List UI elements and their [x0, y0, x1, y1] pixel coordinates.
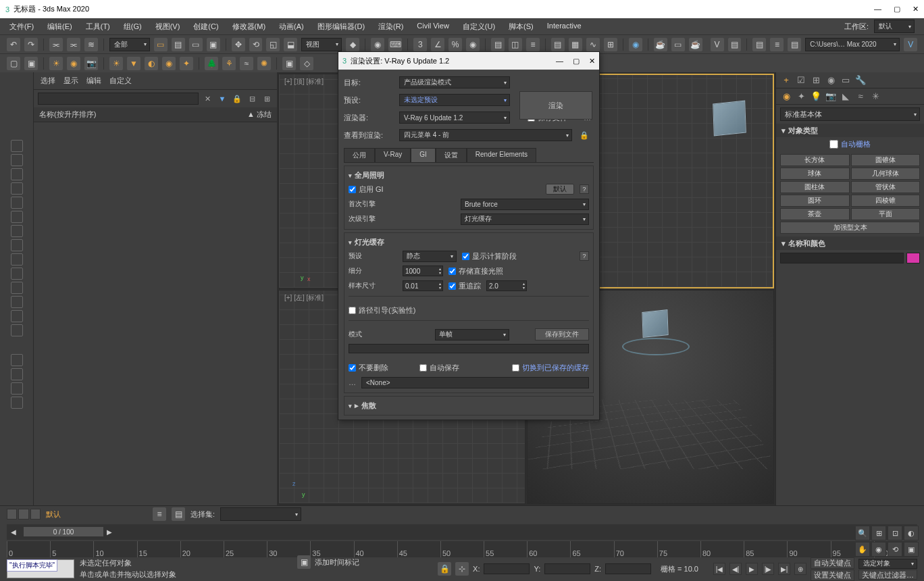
- lp-icon-4[interactable]: [11, 182, 23, 195]
- walk-icon[interactable]: ◉: [871, 542, 886, 557]
- scene-search-input[interactable]: [38, 93, 199, 105]
- dialog-minimize[interactable]: —: [556, 57, 563, 66]
- fire-icon[interactable]: ✺: [257, 57, 271, 70]
- scene-tab-customize[interactable]: 自定义: [109, 76, 132, 86]
- photometric-icon[interactable]: ✦: [180, 57, 193, 70]
- material-editor-icon[interactable]: ◉: [629, 38, 642, 51]
- scene-tab-select[interactable]: 选择: [41, 76, 55, 86]
- type-box[interactable]: 长方体: [780, 154, 850, 166]
- bind-icon[interactable]: ≋: [84, 38, 98, 51]
- key-1[interactable]: [7, 509, 17, 520]
- menu-interactive[interactable]: Interactive: [547, 22, 582, 32]
- lp-icon-3[interactable]: [11, 168, 23, 180]
- clear-search-icon[interactable]: ✕: [201, 93, 213, 105]
- render-icon[interactable]: ☕: [689, 38, 702, 51]
- mode-dropdown[interactable]: 单帧: [435, 329, 509, 340]
- max-toggle-icon[interactable]: ▣: [904, 542, 919, 557]
- lock-icon[interactable]: 🔒: [231, 93, 243, 105]
- lc-store-checkbox[interactable]: [448, 268, 456, 275]
- zoom-icon[interactable]: 🔍: [855, 526, 870, 540]
- pivot-icon[interactable]: ◆: [346, 38, 359, 51]
- curve-editor-icon[interactable]: ∿: [586, 38, 600, 51]
- lp-icon-15[interactable]: [11, 354, 23, 366]
- color-swatch[interactable]: [906, 253, 920, 263]
- spinner-snap-icon[interactable]: ◉: [466, 38, 480, 51]
- scale-icon[interactable]: ◱: [266, 38, 280, 51]
- lights-icon[interactable]: 💡: [810, 91, 822, 103]
- autogrid-checkbox[interactable]: [829, 140, 838, 149]
- ribbon-icon[interactable]: ▦: [569, 38, 582, 51]
- keyfilter-button[interactable]: 关键点过滤器…: [858, 570, 917, 580]
- direct-icon[interactable]: ◐: [145, 57, 158, 70]
- lp-icon-13[interactable]: [11, 310, 23, 322]
- tab-common[interactable]: 公用: [344, 148, 375, 162]
- lp-icon-9[interactable]: [11, 253, 23, 266]
- key-2[interactable]: [18, 509, 28, 520]
- keyboard-icon[interactable]: ⌨: [388, 38, 402, 51]
- lc-show-checkbox[interactable]: [462, 253, 469, 260]
- view-lock-icon[interactable]: 🔒: [579, 130, 590, 141]
- menu-render[interactable]: 渲染(R): [378, 22, 403, 32]
- next-frame-icon[interactable]: |▶: [762, 563, 774, 575]
- fov-icon[interactable]: ◐: [904, 526, 919, 540]
- viewto-dropdown[interactable]: 四元菜单 4 - 前: [399, 129, 572, 141]
- type-plane[interactable]: 平面: [851, 208, 921, 220]
- lp-icon-17[interactable]: [11, 382, 23, 395]
- lc-subdiv-input[interactable]: 1000: [403, 266, 443, 276]
- lc-help-icon[interactable]: ?: [580, 251, 589, 261]
- shapes-icon[interactable]: ✦: [795, 91, 807, 103]
- unlink-icon[interactable]: ⫘: [67, 38, 80, 51]
- render-frame-icon[interactable]: ▭: [671, 38, 685, 51]
- layers-bottom-icon[interactable]: ▤: [172, 507, 185, 521]
- named-sel-icon[interactable]: ▤: [491, 38, 505, 51]
- utilities-panel-icon[interactable]: 🔧: [854, 74, 867, 86]
- object-types-header[interactable]: 对象类型: [776, 124, 924, 137]
- addmark-label[interactable]: 添加时间标记: [315, 557, 359, 567]
- lp-icon-18[interactable]: [11, 397, 23, 409]
- layers-icon[interactable]: ≡: [770, 38, 784, 51]
- create-panel-icon[interactable]: +: [780, 74, 792, 86]
- cloud-icon[interactable]: ▤: [788, 38, 801, 51]
- prev-frame-icon[interactable]: ◀|: [729, 563, 742, 575]
- sun-icon[interactable]: ☀: [49, 57, 63, 70]
- menu-view[interactable]: 视图(V): [155, 22, 180, 32]
- lp-icon-16[interactable]: [11, 368, 23, 380]
- selset-dropdown[interactable]: [220, 507, 301, 521]
- vray-logo-icon[interactable]: V: [904, 38, 917, 51]
- select-name-icon[interactable]: ▤: [172, 38, 185, 51]
- grass-icon[interactable]: ⚘: [222, 57, 236, 70]
- type-torus[interactable]: 圆环: [780, 195, 850, 207]
- lc-sample-input[interactable]: 0.01: [403, 280, 443, 291]
- angle-snap-icon[interactable]: ∠: [431, 38, 444, 51]
- lp-icon-10[interactable]: [11, 268, 23, 280]
- selection-filter-dropdown[interactable]: 全部: [109, 38, 150, 51]
- menu-customize[interactable]: 自定义(U): [463, 22, 495, 32]
- setkey-button[interactable]: 设置关键点: [811, 570, 854, 581]
- x-input[interactable]: [484, 563, 530, 574]
- time-slider[interactable]: 0 / 100: [23, 526, 104, 537]
- orbit-icon[interactable]: ⟲: [888, 542, 902, 557]
- goto-end-icon[interactable]: ▶|: [778, 563, 790, 575]
- zoom-extents-icon[interactable]: ⊡: [888, 526, 902, 540]
- type-cone[interactable]: 圆锥体: [851, 154, 921, 166]
- window-crossing-icon[interactable]: ▣: [207, 38, 220, 51]
- dialog-maximize[interactable]: ▢: [573, 57, 580, 66]
- lc-preset-dropdown[interactable]: 静态: [403, 251, 457, 262]
- timeconfig-icon[interactable]: ▣: [297, 555, 311, 569]
- scene-tab-edit[interactable]: 编辑: [86, 76, 101, 86]
- lp-icon-5[interactable]: [11, 197, 23, 209]
- display-panel-icon[interactable]: ▭: [840, 74, 852, 86]
- y-input[interactable]: [544, 563, 590, 574]
- type-pyramid[interactable]: 四棱锥: [851, 195, 921, 207]
- minimize-button[interactable]: —: [874, 5, 881, 14]
- filter-icon[interactable]: ▼: [216, 93, 228, 105]
- vray-fb-icon[interactable]: ▤: [728, 38, 742, 51]
- menu-group[interactable]: 组(G): [124, 22, 142, 32]
- menu-anim[interactable]: 动画(A): [279, 22, 304, 32]
- geometry-icon[interactable]: ◉: [780, 91, 792, 103]
- preset-dropdown[interactable]: 未选定预设: [399, 94, 510, 106]
- tab-render-elements[interactable]: Render Elements: [467, 148, 536, 162]
- undo-icon[interactable]: ↶: [7, 38, 20, 51]
- target-dropdown[interactable]: 产品级渲染模式: [399, 76, 510, 89]
- area-icon[interactable]: ◉: [162, 57, 176, 70]
